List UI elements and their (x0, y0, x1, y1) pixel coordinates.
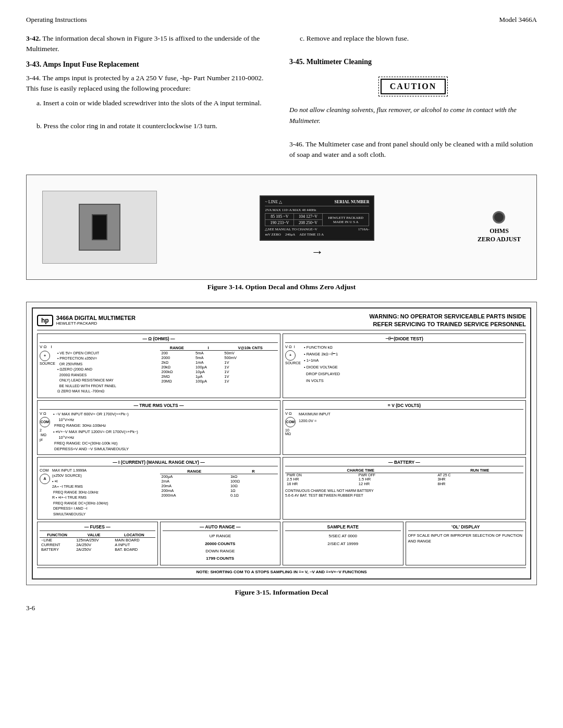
section-346: 3-46. The Multimeter case and front pane… (289, 139, 537, 161)
rate2: 2/SEC AT 19999 (285, 540, 401, 548)
ohms-range-table: RANGEIV@10k CNTS 2005mA50mV 20005mA500mV… (160, 346, 278, 384)
page-number: 3-6 (26, 604, 35, 612)
rate1: 5/SEC AT 0000 (285, 533, 401, 540)
battery-table: CHARGE TIME RUN TIME PWR ON PWR OFF AT 2… (285, 468, 523, 486)
decal-row1b: 104 127~V (294, 214, 323, 220)
ohms-term-plus: + (40, 351, 50, 361)
fig14-caption: Figure 3-14. Option Decal and Ohms Zero … (26, 283, 537, 291)
fuses-title: — FUSES — (40, 524, 155, 531)
fig15-trms-section: — TRUE RMS VOLTS — V Ω COM 2 MΩ pl • ~V … (37, 400, 280, 455)
fig15-header: hp 3466A DIGITAL MULTIMETER HEWLETT-PACK… (37, 313, 526, 330)
figure-15-box: hp 3466A DIGITAL MULTIMETER HEWLETT-PACK… (26, 302, 537, 585)
section-344-intro: 3-44. The amps input is protected by a 2… (26, 73, 274, 94)
section-345-heading: 3-45. Multimeter Cleaning (289, 56, 537, 67)
fig15-display-section: 'OL' DISPLAY OFF SCALE INPUT OR IMPROPER… (406, 522, 527, 565)
decal-brand: HEWLETT PACKARD MADE IN U S A (322, 214, 369, 226)
fig15-model: 3466A DIGITAL MULTIMETER (56, 315, 136, 321)
dcvolts-term: COM (285, 417, 296, 427)
fig15-autorange-section: — AUTO RANGE — UP RANGE 20000 COUNTS DOW… (160, 522, 281, 565)
warning-label: WARNING: (370, 313, 399, 319)
samplerate-title: SAMPLE RATE (285, 524, 401, 531)
fig14-ohms-adjust: OHMS ZERO ADJUST (478, 211, 521, 244)
dcvolts-title: = V (DC VOLTS) (285, 403, 523, 410)
current-term: A (40, 474, 50, 484)
section-344-stepb: b. Press the color ring in and rotate it… (36, 121, 274, 131)
fig15-warning: WARNING: NO OPERATOR SERVICEABLE PARTS I… (349, 313, 526, 328)
header-left: Operating Instructions (26, 16, 87, 24)
fig15-ohms-section: — Ω (OHMS) — V Ω I + SOURCE (37, 334, 280, 398)
decal-serial-num: 1716A- (358, 227, 369, 231)
current-title: — I (CURRENT) (MANUAL RANGE ONLY) — (40, 460, 278, 466)
decal-mv-zero: mV ZERO (265, 232, 280, 237)
display-title: 'OL' DISPLAY (408, 524, 524, 531)
fig15-decal: hp 3466A DIGITAL MULTIMETER HEWLETT-PACK… (32, 307, 531, 579)
decal-row1a: 85 105 ~V (265, 214, 294, 220)
fig14-zero-label: ZERO ADJUST (478, 235, 521, 244)
up-range-value: 20000 COUNTS (163, 540, 278, 548)
section-344-stepa: a. Insert a coin or wide bladed screwdri… (36, 98, 274, 108)
decal-line-title: ~ LINE △ (265, 200, 282, 204)
up-range-label: UP RANGE (163, 533, 278, 540)
header-right: Model 3466A (499, 16, 537, 24)
decal-see-manual: △SEE MANUAL TO CHANGE~V (265, 227, 317, 231)
fig15-dcvolts-section: = V (DC VOLTS) V Ω COM 10MΩ MAXIMUM INPU… (283, 400, 526, 455)
diode-title: ⊣⊢(DIODE TEST) (285, 336, 523, 343)
section-stepc: c. Remove and replace the blown fuse. (300, 33, 537, 44)
caution-box: CAUTION (381, 79, 446, 94)
fig15-diode-section: ⊣⊢(DIODE TEST) V Ω I + SOURCE • FUNCTION… (283, 334, 526, 398)
fig15-sub: HEWLETT-PACKARD (56, 321, 136, 326)
section-342-text: 3-42. The information decal shown in Fig… (26, 33, 274, 55)
decal-serial-label: SERIAL NUMBER (335, 200, 370, 204)
decal-row2b: 208 250~V (294, 220, 323, 226)
fig15-note: NOTE: SHORTING COM TO A STOPS SAMPLING I… (37, 567, 526, 574)
battery-note: CONTINUOUS CHARGE WILL NOT HARM BATTERY5… (285, 488, 523, 499)
down-range-value: 1799 COUNTS (163, 555, 278, 562)
diode-term: + (285, 350, 296, 361)
battery-title: — BATTERY — (285, 460, 523, 466)
decal-adj-time: ADJ TIME 15 A (299, 232, 324, 237)
trms-term: COM (40, 417, 50, 427)
fig14-ohms-label: OHMS (478, 227, 521, 236)
fig15-current-section: — I (CURRENT) (MANUAL RANGE ONLY) — COM … (37, 457, 280, 520)
fig15-samplerate-section: SAMPLE RATE 5/SEC AT 0000 2/SEC AT 19999 (283, 522, 403, 565)
fig15-battery-section: — BATTERY — CHARGE TIME RUN TIME PWR ON … (283, 457, 526, 520)
display-text: OFF SCALE INPUT OR IMPROPER SELECTION OF… (408, 533, 524, 545)
ohms-terminals: V Ω I (40, 344, 158, 349)
trms-title: — TRUE RMS VOLTS — (40, 403, 278, 410)
caution-label: CAUTION (390, 82, 437, 91)
fig14-decal-area: ~ LINE △ SERIAL NUMBER 2VA MAX 110~A MAX… (167, 195, 467, 259)
section-343-heading: 3-43. Amps Input Fuse Replacement (26, 59, 274, 70)
page-footer: 3-6 (26, 604, 537, 612)
fuses-table: FUNCTIONVALUELOCATION ~LINE125mA/250VMAI… (40, 533, 155, 552)
current-range-table: RANGER 200μA1kΩ 2mA100Ω 20mA10Ω 200mA1Ω … (160, 469, 278, 498)
fig15-fuses-section: — FUSES — FUNCTIONVALUELOCATION ~LINE125… (37, 522, 158, 565)
ohms-title: — Ω (OHMS) — (40, 336, 278, 343)
hp-logo: hp (37, 315, 53, 326)
fig14-multimeter-outline (42, 191, 157, 264)
fig15-brand-area: hp 3466A DIGITAL MULTIMETER HEWLETT-PACK… (37, 315, 136, 326)
decal-row2a: 190 233~V (265, 220, 294, 226)
fig15-caption: Figure 3-15. Information Decal (26, 588, 537, 597)
figure-14-box: ~ LINE △ SERIAL NUMBER 2VA MAX 110~A MAX… (26, 175, 537, 280)
decal-freq: 2VA MAX 110~A MAX 48 440Hz (265, 208, 369, 212)
autorange-title: — AUTO RANGE — (163, 524, 278, 531)
caution-text: Do not allow cleaning solvents, flux rem… (289, 105, 537, 127)
down-range-label: DOWN RANGE (163, 548, 278, 555)
decal-current: 240μA (285, 232, 295, 237)
